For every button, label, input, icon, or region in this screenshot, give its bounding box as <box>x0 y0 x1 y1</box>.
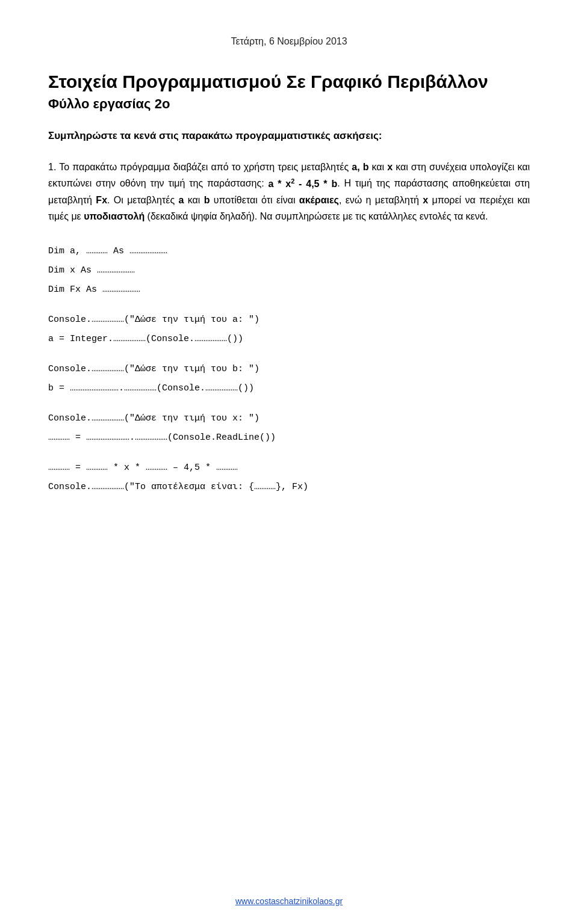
footer-url[interactable]: www.costaschatzinikolaos.gr <box>0 896 578 906</box>
subtitle-text: Φύλλο εργασίας 2ο <box>48 96 170 111</box>
date-header: Τετάρτη, 6 Νοεμβρίου 2013 <box>48 36 530 47</box>
console-group-2: Console.………………("Δώσε την τιμή του b: ") … <box>48 360 530 398</box>
console-line-1b: a = Integer.………………(Console.………………()) <box>48 330 530 348</box>
calc-line-1: ………… = ………… * x * ………… – 4,5 * ………… <box>48 459 530 477</box>
main-title: Στοιχεία Προγραμματισμού Σε Γραφικό Περι… <box>48 71 530 93</box>
console-line-3b: ………… = …………………….………………(Console.ReadLine(… <box>48 429 530 447</box>
instruction-text: Συμπληρώστε τα κενά στις παρακάτω προγρα… <box>48 130 530 142</box>
dim-line-2: Dim x As ………………… <box>48 262 530 280</box>
page: Τετάρτη, 6 Νοεμβρίου 2013 Στοιχεία Προγρ… <box>0 0 578 924</box>
console-group-3: Console.………………("Δώσε την τιμή του x: ") … <box>48 410 530 447</box>
console-group-1: Console.………………("Δώσε την τιμή του a: ") … <box>48 311 530 348</box>
exercise-body: 1. Το παρακάτω πρόγραμμα διαβάζει από το… <box>48 159 530 224</box>
console-line-2a: Console.………………("Δώσε την τιμή του b: ") <box>48 360 530 378</box>
ex1-var2: x <box>387 162 393 172</box>
console-line-2b: b = ……………………….………………(Console.………………()) <box>48 380 530 398</box>
date-text: Τετάρτη, 6 Νοεμβρίου 2013 <box>231 36 347 46</box>
calc-line-2: Console.………………("Το αποτέλεσμα είναι: {……… <box>48 478 530 496</box>
calc-group: ………… = ………… * x * ………… – 4,5 * ………… Cons… <box>48 459 530 496</box>
code-section: Dim a, ………… As ………………… Dim x As ………………… … <box>48 242 530 496</box>
title-text: Στοιχεία Προγραμματισμού Σε Γραφικό Περι… <box>48 72 488 91</box>
ex1-vars: a, b <box>352 162 368 172</box>
console-line-3a: Console.………………("Δώσε την τιμή του x: ") <box>48 410 530 428</box>
ex1-text2: και <box>372 162 388 172</box>
ex1-text1: Το παρακάτω πρόγραμμα διαβάζει από το χρ… <box>59 162 352 172</box>
dim-group: Dim a, ………… As ………………… Dim x As ………………… … <box>48 242 530 299</box>
subtitle: Φύλλο εργασίας 2ο <box>48 96 530 112</box>
ex1-number: 1. <box>48 162 59 172</box>
footer-url-text: www.costaschatzinikolaos.gr <box>235 896 343 906</box>
dim-line-1: Dim a, ………… As ………………… <box>48 242 530 260</box>
console-line-1a: Console.………………("Δώσε την τιμή του a: ") <box>48 311 530 329</box>
dim-line-3: Dim Fx As ………………… <box>48 281 530 299</box>
